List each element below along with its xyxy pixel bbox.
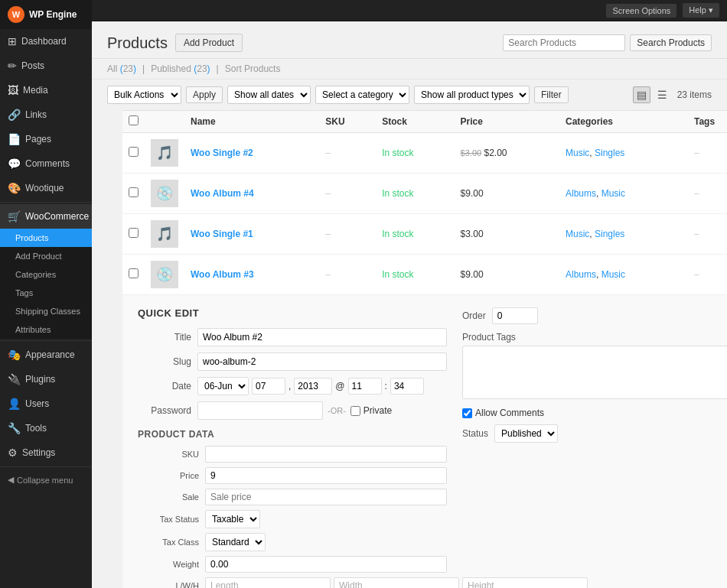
pd-tax-class-select[interactable]: Standard	[205, 533, 266, 551]
row4-check[interactable]	[129, 268, 139, 278]
row4-name-link[interactable]: Woo Album #3	[191, 269, 254, 280]
screen-options-button[interactable]: Screen Options	[606, 4, 676, 18]
sidebar-sub-label-shipping-classes: Shipping Classes	[15, 307, 80, 316]
products-table: Name SKU Stock Price Categories Tags ★ 🛒…	[122, 110, 727, 588]
qe-day-input[interactable]	[252, 378, 285, 395]
sidebar-item-appearance[interactable]: 🎭 Appearance	[0, 343, 92, 367]
woocommerce-icon: 🛒	[8, 210, 21, 223]
row3-cat-music[interactable]: Music	[566, 229, 589, 239]
qe-year-input[interactable]	[294, 378, 332, 395]
help-button[interactable]: Help ▾	[683, 3, 719, 18]
pd-weight-field: Weight	[138, 556, 447, 573]
pd-length-input[interactable]	[205, 577, 331, 588]
sidebar-sub-item-attributes[interactable]: Attributes	[0, 320, 92, 339]
th-stock[interactable]: Stock	[376, 111, 454, 133]
list-view-icon[interactable]: ☰	[654, 86, 671, 103]
row2-cat-music[interactable]: Music	[601, 188, 625, 199]
search-products-button[interactable]: Search Products	[630, 34, 712, 51]
sidebar-label-links: Links	[25, 109, 47, 120]
pd-price-input[interactable]	[205, 467, 447, 484]
dates-select[interactable]: Show all dates	[227, 86, 311, 104]
row2-cat-albums[interactable]: Albums	[566, 188, 596, 199]
add-product-button[interactable]: Add Product	[175, 34, 243, 52]
qe-slug-input[interactable]	[197, 352, 447, 371]
th-price[interactable]: Price	[455, 111, 559, 133]
sidebar-item-wootique[interactable]: 🎨 Wootique	[0, 176, 92, 200]
category-select[interactable]: Select a category	[315, 86, 409, 104]
row1-name-link[interactable]: Woo Single #2	[191, 148, 253, 158]
subheader-published-link[interactable]: Published (23)	[151, 63, 210, 74]
table-wrapper: Name SKU Stock Price Categories Tags ★ 🛒…	[92, 110, 727, 588]
sidebar-item-media[interactable]: 🖼 Media	[0, 78, 92, 102]
sidebar-item-settings[interactable]: ⚙ Settings	[0, 440, 92, 465]
row4-cat-albums[interactable]: Albums	[566, 269, 596, 280]
pd-tax-status-field: Tax Status Taxable	[138, 510, 447, 528]
sidebar-item-tools[interactable]: 🔧 Tools	[0, 416, 92, 440]
sidebar-item-pages[interactable]: 📄 Pages	[0, 127, 92, 151]
qe-tags-textarea[interactable]	[462, 346, 727, 399]
sidebar-item-posts[interactable]: ✏ Posts	[0, 54, 92, 78]
search-products-input[interactable]	[503, 34, 625, 51]
sidebar-divider-3	[0, 466, 92, 467]
sidebar-item-links[interactable]: 🔗 Links	[0, 102, 92, 127]
row2-check[interactable]	[129, 187, 139, 197]
subheader-all-label: All	[107, 63, 117, 74]
row2-sku: –	[319, 174, 376, 214]
site-logo[interactable]: W WP Engine	[0, 0, 92, 29]
row1-check[interactable]	[129, 147, 139, 157]
pd-weight-input[interactable]	[205, 556, 447, 573]
row4-name: Woo Album #3	[184, 255, 319, 295]
toolbar-right: ▤ ☰ 23 items	[633, 86, 712, 103]
qe-private-checkbox[interactable]	[350, 406, 360, 416]
sidebar-sub-item-categories[interactable]: Categories	[0, 265, 92, 284]
row3-cat-singles[interactable]: Singles	[595, 229, 624, 239]
pd-sale-input[interactable]	[205, 489, 447, 505]
pd-sku-input[interactable]	[205, 446, 447, 463]
qe-month-select[interactable]: 06-Jun	[197, 377, 249, 395]
qe-slug-label: Slug	[138, 356, 191, 367]
sidebar-item-users[interactable]: 👤 Users	[0, 391, 92, 416]
subheader-all-link[interactable]: All (23)	[107, 63, 136, 74]
th-tags[interactable]: Tags	[688, 111, 727, 133]
th-sku[interactable]: SKU	[319, 111, 376, 133]
row1-price: $3.00 $2.00	[455, 133, 559, 174]
row3-check[interactable]	[129, 228, 139, 238]
qe-title-input[interactable]	[197, 328, 447, 346]
sidebar-sub-item-add-product[interactable]: Add Product	[0, 247, 92, 265]
row3-name-link[interactable]: Woo Single #1	[191, 229, 253, 239]
qe-password-input[interactable]	[197, 401, 323, 420]
qe-status-select[interactable]: Published	[494, 424, 558, 443]
row1-cat-singles[interactable]: Singles	[595, 148, 624, 158]
sidebar-item-woocommerce[interactable]: 🛒 WooCommerce	[0, 204, 92, 229]
select-all-checkbox[interactable]	[129, 115, 139, 125]
sidebar-sub-item-tags[interactable]: Tags	[0, 284, 92, 302]
sidebar-sub-item-shipping-classes[interactable]: Shipping Classes	[0, 302, 92, 320]
qe-order-input[interactable]	[492, 307, 538, 324]
sidebar-sub-item-products[interactable]: Products	[0, 229, 92, 247]
sidebar-label-pages: Pages	[25, 134, 51, 145]
sidebar-item-comments[interactable]: 💬 Comments	[0, 151, 92, 176]
sidebar-label-users: Users	[25, 398, 49, 409]
page-title: Products	[107, 34, 168, 52]
qe-allow-comments-checkbox[interactable]	[462, 408, 472, 418]
links-icon: 🔗	[8, 109, 21, 121]
sidebar-item-dashboard[interactable]: ⊞ Dashboard	[0, 29, 92, 54]
apply-button[interactable]: Apply	[186, 86, 223, 103]
sidebar-item-plugins[interactable]: 🔌 Plugins	[0, 367, 92, 391]
bulk-actions-select[interactable]: Bulk Actions	[107, 86, 181, 104]
qe-min-input[interactable]	[390, 378, 424, 395]
qe-hour-input[interactable]	[348, 378, 382, 395]
grid-view-icon[interactable]: ▤	[633, 86, 650, 103]
row1-cat-music[interactable]: Music	[566, 148, 589, 158]
product-types-select[interactable]: Show all product types	[414, 86, 530, 104]
sidebar-sub-label-products: Products	[15, 233, 48, 242]
th-categories[interactable]: Categories	[559, 111, 688, 133]
pd-tax-status-select[interactable]: Taxable	[205, 510, 260, 528]
filter-button[interactable]: Filter	[534, 86, 569, 103]
pd-width-input[interactable]	[334, 577, 459, 588]
row2-name-link[interactable]: Woo Album #4	[191, 188, 254, 199]
subheader-sort-link[interactable]: Sort Products	[225, 63, 281, 74]
row4-cat-music[interactable]: Music	[601, 269, 625, 280]
th-name[interactable]: Name	[184, 111, 319, 133]
collapse-menu[interactable]: ◀ Collapse menu	[0, 469, 92, 491]
